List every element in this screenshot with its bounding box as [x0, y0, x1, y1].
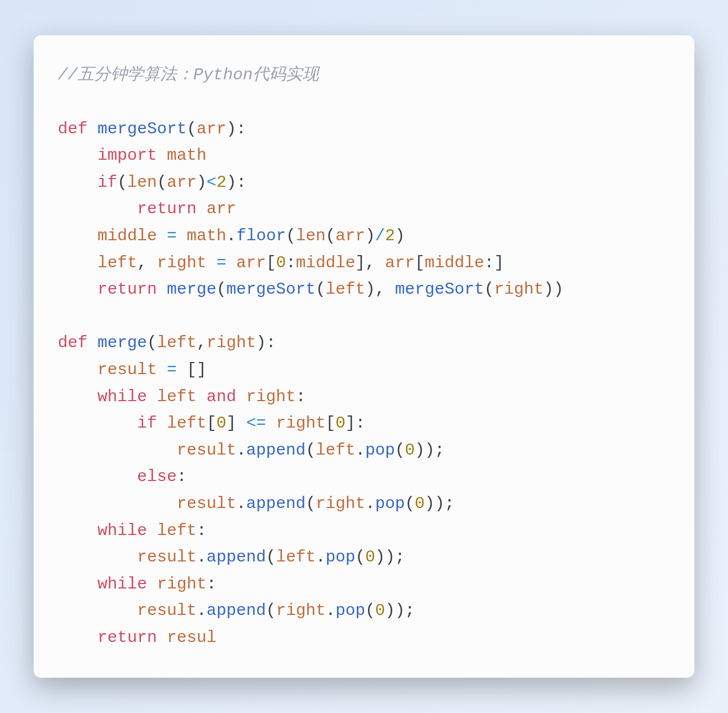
code-token: arr	[207, 199, 236, 218]
code-line: result.append(right.pop(0));	[58, 601, 415, 620]
code-token: def	[58, 333, 88, 352]
code-token: (	[365, 601, 375, 620]
code-token: append	[207, 548, 266, 566]
code-token	[58, 548, 137, 566]
code-token: len	[296, 226, 325, 245]
code-token: pop	[375, 494, 405, 513]
code-token	[58, 414, 137, 433]
code-token: right	[157, 253, 207, 272]
code-token: left	[325, 280, 365, 299]
code-token: arr	[385, 253, 415, 272]
code-token: )	[365, 226, 375, 245]
code-token: (	[325, 226, 335, 245]
code-line: result.append(left.pop(0));	[58, 548, 405, 566]
code-block: //五分钟学算法：Python代码实现 def mergeSort(arr): …	[58, 62, 670, 651]
code-token: return	[97, 280, 157, 299]
code-token	[88, 333, 97, 352]
code-token: while	[97, 575, 147, 593]
code-token: :]	[484, 253, 504, 272]
code-token	[177, 226, 187, 245]
code-token: .	[197, 548, 207, 566]
code-token: []	[177, 360, 207, 379]
code-token: else	[137, 467, 177, 486]
code-token: 0	[415, 494, 425, 513]
code-token: .	[325, 601, 335, 620]
code-token: if	[97, 173, 117, 192]
code-line: result = []	[58, 360, 207, 379]
code-token: append	[207, 601, 266, 620]
code-line: return arr	[58, 199, 236, 218]
code-token: ));	[375, 548, 405, 566]
code-token: right	[316, 494, 365, 513]
code-token: ]:	[345, 414, 365, 433]
code-token: merge	[167, 280, 216, 299]
code-token: (	[266, 601, 276, 620]
code-line: middle = math.floor(len(arr)/2)	[58, 226, 405, 245]
code-token: result	[177, 441, 236, 460]
code-token	[226, 253, 236, 272]
code-token: .	[236, 441, 246, 460]
code-token: ,	[137, 253, 157, 272]
code-token: .	[197, 601, 207, 620]
code-token	[147, 575, 157, 593]
code-token: 2	[216, 173, 226, 192]
code-token: ),	[365, 280, 395, 299]
code-token	[58, 575, 97, 593]
code-token: ))	[544, 280, 563, 299]
code-line: else:	[58, 467, 187, 486]
code-token: left	[276, 548, 316, 566]
code-token: middle	[97, 226, 157, 245]
code-token: :	[177, 467, 187, 486]
code-token	[197, 199, 207, 218]
code-token	[58, 146, 97, 165]
code-token: (	[266, 548, 276, 566]
code-token: ,	[197, 333, 207, 352]
code-token: (	[157, 173, 167, 192]
code-token: middle	[296, 253, 355, 272]
code-token: mergeSort	[226, 280, 316, 299]
code-token: while	[97, 521, 147, 540]
code-token: ));	[415, 441, 444, 460]
code-token	[58, 173, 97, 192]
code-token: pop	[365, 441, 395, 460]
code-line: if(len(arr)<2):	[58, 173, 246, 192]
code-token	[88, 120, 97, 138]
code-line: def mergeSort(arr):	[58, 120, 246, 138]
code-token: ));	[385, 601, 415, 620]
code-token	[207, 253, 216, 272]
code-token: len	[127, 173, 157, 192]
code-line: return merge(mergeSort(left), mergeSort(…	[58, 280, 563, 299]
code-token	[157, 146, 167, 165]
code-token: right	[246, 387, 296, 406]
stage: //五分钟学算法：Python代码实现 def mergeSort(arr): …	[0, 0, 728, 713]
code-token: .	[355, 441, 365, 460]
code-token: =	[167, 360, 177, 379]
code-line: result.append(right.pop(0));	[58, 494, 454, 513]
code-token: .	[226, 226, 236, 245]
code-token: (	[147, 333, 157, 352]
code-token: result	[137, 548, 197, 566]
code-token: mergeSort	[395, 280, 484, 299]
code-token: arr	[236, 253, 266, 272]
code-token	[266, 414, 276, 433]
code-token: 0	[405, 441, 415, 460]
code-token: right	[276, 414, 325, 433]
code-token: left	[316, 441, 355, 460]
code-token: result	[97, 360, 157, 379]
code-token: (	[484, 280, 494, 299]
code-token: mergeSort	[97, 120, 187, 138]
code-token	[58, 253, 97, 272]
code-token: .	[365, 494, 375, 513]
code-token: [	[325, 414, 335, 433]
code-token: left	[157, 387, 197, 406]
code-token	[147, 521, 157, 540]
code-token: ],	[355, 253, 385, 272]
code-token: 0	[276, 253, 286, 272]
code-token: left	[157, 521, 197, 540]
code-token: and	[207, 387, 236, 406]
code-token	[157, 226, 167, 245]
code-token	[58, 199, 137, 218]
code-line: def merge(left,right):	[58, 333, 276, 352]
code-token: [	[266, 253, 276, 272]
code-token	[58, 226, 97, 245]
